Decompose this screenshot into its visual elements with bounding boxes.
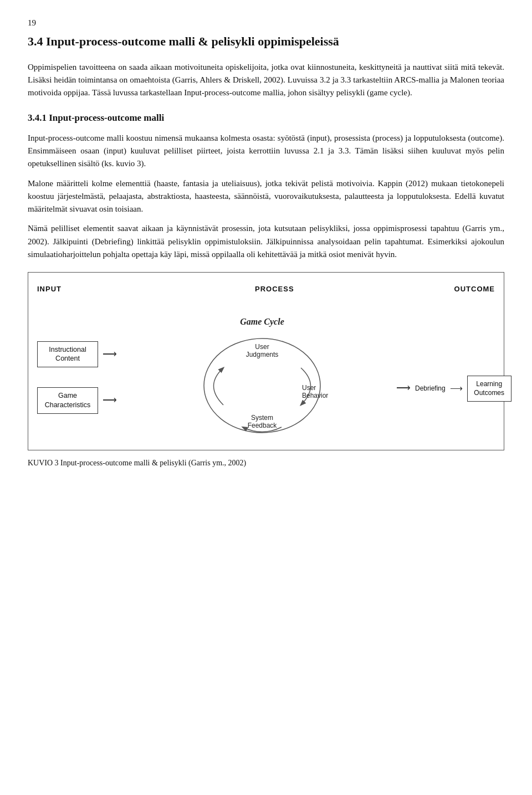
- learning-outcomes-box: Learning Outcomes: [467, 376, 511, 401]
- input-header: INPUT: [37, 284, 62, 295]
- section-para-2: Malone määritteli kolme elementtiä (haas…: [28, 177, 504, 216]
- svg-text:Game Cycle: Game Cycle: [240, 317, 284, 327]
- debriefing-label: Debriefing: [415, 383, 446, 394]
- process-header: PROCESS: [255, 284, 294, 295]
- arrow-to-outcome: ⟶: [396, 381, 411, 396]
- diagram-caption: KUVIO 3 Input-process-outcome malli & pe…: [28, 457, 504, 469]
- diagram: INPUT PROCESS OUTCOME Instructional Cont…: [28, 272, 504, 450]
- game-cycle-svg: Game Cycle User Judgments User Behavior …: [179, 308, 345, 441]
- game-characteristics-row: Game Characteristics ⟶: [37, 387, 129, 414]
- instructional-content-row: Instructional Content ⟶: [37, 341, 129, 368]
- intro-paragraph: Oppimispelien tavoitteena on saada aikaa…: [28, 61, 504, 100]
- arrow-to-process-1: ⟶: [103, 347, 117, 362]
- section-title: 3.4.1 Input-process-outcome malli: [28, 111, 504, 125]
- outcome-header: OUTCOME: [454, 284, 495, 295]
- section-para-3: Nämä pelilliset elementit saavat aikaan …: [28, 222, 504, 261]
- svg-text:Feedback: Feedback: [247, 422, 277, 429]
- outcome-row: ⟶ Debriefing ⟶ Learning Outcomes: [395, 376, 511, 401]
- instructional-content-box: Instructional Content: [37, 341, 98, 368]
- game-characteristics-box: Game Characteristics: [37, 387, 98, 414]
- section-para-1: Input-process-outcome malli koostuu nime…: [28, 132, 504, 171]
- svg-text:Judgments: Judgments: [245, 351, 278, 358]
- svg-text:User: User: [302, 384, 316, 392]
- svg-text:Behavior: Behavior: [302, 392, 328, 399]
- page-number: 19: [28, 17, 504, 29]
- arrow-debriefing-to-outcomes: ⟶: [450, 382, 463, 396]
- svg-text:System: System: [250, 414, 273, 422]
- arrow-to-process-2: ⟶: [103, 393, 117, 408]
- svg-text:User: User: [255, 343, 269, 351]
- chapter-title: 3.4 Input-process-outcome malli & pelisy…: [28, 34, 504, 50]
